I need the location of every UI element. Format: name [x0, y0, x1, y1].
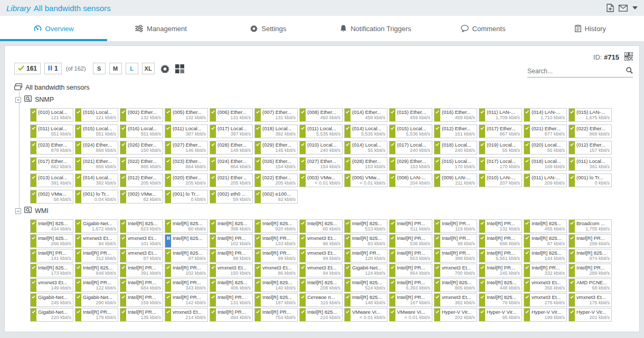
sensor-tile[interactable]: vmxnet3 Et...94 kbit/s — [75, 234, 118, 248]
sensor-tile[interactable]: Intel[R] PR...6,393 kbit/s — [389, 278, 432, 292]
sensor-tile[interactable]: Intel[R] PR...102 kbit/s — [210, 234, 253, 248]
sensor-tile[interactable]: VMware Vi...< 0.01 kbit/s — [344, 308, 387, 322]
group-label[interactable]: SNMP — [35, 96, 54, 103]
sensor-tile[interactable]: (017) Local...240 kbit/s — [389, 141, 432, 154]
sensor-tile[interactable]: (011) Local...391 kbit/s — [569, 157, 612, 171]
sensor-tile[interactable]: (011) Local...551 kbit/s — [30, 124, 73, 138]
size-button-xl[interactable]: XL — [142, 63, 155, 74]
sensor-tile[interactable]: Intel[R] 825...76 kbit/s — [479, 293, 522, 307]
sensor-tile[interactable]: (022) Ether...868 kbit/s — [569, 124, 612, 138]
qr-code-icon[interactable] — [624, 52, 633, 62]
sensor-tile[interactable]: vmxnet3 Et...96 kbit/s — [299, 234, 343, 248]
sensor-tile[interactable]: (014) Ether...459 kbit/s — [344, 108, 387, 122]
sensor-tile[interactable]: (010) LAN-...207 kbit/s — [479, 173, 522, 187]
sensor-tile[interactable]: (024) Ether...864 kbit/s — [210, 157, 253, 171]
sensor-tile[interactable]: Intel[R] PR...179 kbit/s — [75, 308, 118, 322]
sensor-tile[interactable]: Intel[R] 825...513 kbit/s — [344, 219, 387, 233]
sensor-tile[interactable]: (015) Local...170 kbit/s — [434, 157, 477, 171]
sensor-tile[interactable]: (013) Local...391 kbit/s — [30, 173, 73, 187]
sensor-tile[interactable]: vmxnet3 Et...700 kbit/s — [434, 264, 477, 277]
sensor-tile[interactable]: (002) VMw...58 kbit/s — [30, 190, 73, 204]
sensor-tile[interactable]: Intel[R] 825...173 kbit/s — [30, 264, 73, 277]
sensor-tile[interactable]: Сетевое п...115 kbit/s — [299, 293, 343, 307]
sensor-tile[interactable]: (014) Local...55 kbit/s — [344, 141, 387, 154]
collapse-icon[interactable] — [15, 208, 21, 214]
breadcrumb-library[interactable]: Library — [6, 4, 31, 13]
up-sensors-count-chip[interactable]: 161 — [14, 63, 41, 74]
tree-root-library[interactable]: All bandwidth sensors — [14, 83, 633, 92]
sensor-tile[interactable]: Intel[R] 825...87 kbit/s — [524, 234, 567, 248]
sensor-tile[interactable]: Intel[R] 825...874 kbit/s — [569, 249, 612, 263]
sensor-tile[interactable]: Intel[R] PR...142 kbit/s — [165, 293, 208, 307]
sensor-tile[interactable]: Intel[R] PR...99 kbit/s — [254, 249, 298, 263]
sensor-tile[interactable]: vmxnet3 Et...149 kbit/s — [30, 278, 73, 292]
sensor-tile[interactable]: Intel[R] PR...864 kbit/s — [389, 264, 432, 277]
sensor-tile[interactable]: (020) Local...55 kbit/s — [524, 141, 567, 154]
sensor-tile[interactable]: (010) Local...240 kbit/s — [299, 141, 343, 154]
sensor-tile[interactable]: (015) Local...5,536 kbit/s — [389, 124, 432, 138]
sensor-tile[interactable]: (029) Ether...153 kbit/s — [389, 157, 432, 171]
sensor-tile[interactable]: vmxnet3 Et...356 kbit/s — [524, 278, 567, 292]
sensor-tile[interactable]: Intel[R] PR...133 kbit/s — [254, 234, 298, 248]
sensor-tile[interactable]: (008) Ether...460 kbit/s — [299, 108, 343, 122]
sensor-tile[interactable]: Intel[R] PR...391 kbit/s — [120, 264, 163, 277]
sensor-tile[interactable]: vmxnet3 Et...175 kbit/s — [569, 293, 612, 307]
sensor-tile[interactable]: vmxnet3 Et...94 kbit/s — [299, 264, 343, 277]
sensor-tile[interactable]: Intel[R] 825...455 kbit/s — [524, 219, 567, 233]
sensor-tile[interactable]: Intel[R] PR...511 kbit/s — [389, 219, 432, 233]
sensor-tile[interactable]: (012) Ether...151 kbit/s — [434, 124, 477, 138]
sensor-tile[interactable]: Intel[R] 825...97 kbit/s — [165, 249, 208, 263]
size-button-l[interactable]: L — [126, 63, 138, 74]
sensor-tile[interactable]: (001) lo Tr...0 kbit/s — [165, 190, 208, 204]
sensor-tile[interactable]: Intel[R] 825...823 kbit/s — [120, 219, 163, 233]
sensor-tile[interactable]: Intel[R] 825...406 kbit/s — [210, 278, 253, 292]
sensor-tile[interactable]: Intel[R] 825...848 kbit/s — [75, 264, 118, 277]
sensor-tile[interactable]: Intel[R] PR...332 kbit/s — [524, 264, 567, 277]
sensor-tile[interactable]: Intel[R] PR...299 kbit/s — [569, 234, 612, 248]
sensor-tile[interactable]: Intel[R] PR...135 kbit/s — [120, 308, 163, 322]
sensor-tile[interactable]: (006) VMw...< 0.01 kbit/s — [344, 173, 387, 187]
sensor-tile[interactable]: Intel[R] PR...119 kbit/s — [434, 219, 477, 233]
tab-notification-triggers[interactable]: Notification Triggers — [322, 16, 429, 41]
sensor-tile[interactable]: (017) Ether...867 kbit/s — [479, 124, 522, 138]
sensor-tile[interactable]: (012) Ether...157 kbit/s — [569, 141, 612, 154]
sensor-tile[interactable]: Intel[R] PR...141 kbit/s — [30, 249, 73, 263]
sensor-tile[interactable]: (027) Ether...154 kbit/s — [299, 157, 343, 171]
sensor-tile[interactable]: (002) e100...82 kbit/s — [254, 190, 298, 204]
sensor-tile[interactable]: Broadcom ...1,705 kbit/s — [569, 219, 612, 233]
sensor-tile[interactable]: vmxnet3 Et...87 kbit/s — [120, 249, 163, 263]
sensor-tile[interactable]: (001) lo Tr...0 kbit/s — [569, 173, 612, 187]
report-add-icon[interactable] — [607, 4, 614, 12]
sensor-tile[interactable]: vmxnet3 Et...214 kbit/s — [165, 308, 208, 322]
sensor-tile[interactable]: (014) LAN-...1,710 kbit/s — [524, 108, 567, 122]
sensor-tile[interactable]: Hyper-V Vir...202 kbit/s — [434, 308, 477, 322]
sensor-tile[interactable]: (003) VMw...< 0.01 kbit/s — [299, 173, 343, 187]
sensor-tile[interactable]: (011) Local...387 kbit/s — [165, 124, 208, 138]
grid-view-icon[interactable] — [175, 64, 184, 73]
tab-settings[interactable]: Settings — [215, 16, 322, 41]
magnifier-icon[interactable] — [626, 66, 633, 76]
tab-history[interactable]: History — [537, 16, 644, 41]
sensor-tile[interactable]: Intel[R] PR...88 kbit/s — [210, 249, 253, 263]
sensor-tile[interactable]: (026) Ether...154 kbit/s — [254, 157, 298, 171]
sensor-tile[interactable]: Intel[R] PR...388 kbit/s — [434, 249, 477, 263]
sensor-tile[interactable]: (018) Local...392 kbit/s — [254, 124, 298, 138]
tab-management[interactable]: Management — [107, 16, 214, 41]
sensor-tile[interactable]: (018) Local...169 kbit/s — [524, 157, 567, 171]
sensor-tile[interactable]: Intel[R] 825...434 kbit/s — [30, 219, 73, 233]
sensor-tile[interactable]: (021) Ether...205 kbit/s — [210, 173, 253, 187]
tab-comments[interactable]: Comments — [429, 16, 536, 41]
sensor-tile[interactable]: (015) Local...551 kbit/s — [75, 124, 118, 138]
sensor-tile[interactable]: AMD PCNE...68 kbit/s — [569, 278, 612, 292]
sensor-tile[interactable]: (012) Ether...205 kbit/s — [120, 173, 163, 187]
sensor-tile[interactable]: (006) Ether...131 kbit/s — [210, 108, 253, 122]
sensor-tile[interactable]: (011) LAN-...1,709 kbit/s — [479, 108, 522, 122]
size-button-s[interactable]: S — [93, 63, 106, 74]
sensor-tile[interactable]: Intel[R] PR...159 kbit/s — [120, 293, 163, 307]
search-input[interactable] — [527, 67, 626, 75]
sensor-tile[interactable]: Intel[R] 825...140 kbit/s — [254, 278, 298, 292]
sensor-tile[interactable]: Intel[R] 825...920 kbit/s — [254, 219, 298, 233]
sensor-tile[interactable]: vmxnet3 Et...99 kbit/s — [299, 249, 343, 263]
sensor-tile[interactable]: (007) Ether...131 kbit/s — [254, 108, 298, 122]
sensor-tile[interactable]: (015) Ether...459 kbit/s — [389, 108, 432, 122]
